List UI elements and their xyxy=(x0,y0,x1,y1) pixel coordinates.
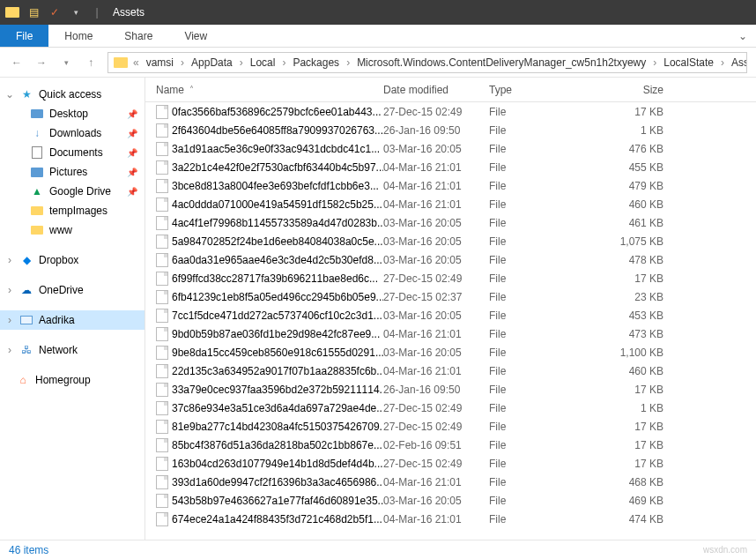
address-bar[interactable]: « vamsi›AppData›Local›Packages›Microsoft… xyxy=(107,52,747,73)
sidebar-item-label: Quick access xyxy=(39,88,101,101)
back-button[interactable]: ← xyxy=(5,51,28,74)
file-row[interactable]: 674ece24a1a424f88435f3d721c468d2b5f1...0… xyxy=(145,510,756,528)
file-row[interactable]: 3a22b1c4e42f0e2f7530acfbf63440b4c5b97...… xyxy=(145,158,756,176)
file-size: 460 KB xyxy=(593,365,663,377)
sidebar-item[interactable]: ▲Google Drive📌 xyxy=(0,182,145,201)
chevron-right-icon[interactable]: › xyxy=(5,344,14,356)
tab-file[interactable]: File xyxy=(0,25,48,47)
sidebar-item[interactable]: Documents📌 xyxy=(0,143,145,162)
tab-share[interactable]: Share xyxy=(108,25,168,47)
breadcrumb-segment[interactable]: Local xyxy=(245,56,281,69)
file-row[interactable]: 393d1a60de9947cf2f16396b3a3ac4656986...0… xyxy=(145,473,756,491)
file-row[interactable]: 3a1d91aac5e36c9e0f33ac9431dcbdc41c1...03… xyxy=(145,139,756,158)
file-name: 0fac3566baf536896c2579bcfc6ee01ab443... xyxy=(172,106,382,118)
tab-view[interactable]: View xyxy=(168,25,223,47)
file-row[interactable]: 6f99ffcd38cc28717fa39b696211bae8ed6c...2… xyxy=(145,269,756,287)
file-row[interactable]: 163b04cd263d1077949e14b1d8d5def4d4b...27… xyxy=(145,454,756,473)
qat-properties-icon[interactable]: ▤ xyxy=(25,4,42,21)
sidebar-item[interactable]: Pictures📌 xyxy=(0,162,145,182)
sidebar-item[interactable]: ↓Downloads📌 xyxy=(0,123,145,143)
file-row[interactable]: 4ac4f1ef79968b11455733589a4d47d0283b...0… xyxy=(145,213,756,232)
breadcrumb-segment[interactable]: vamsi xyxy=(141,56,179,69)
file-type: File xyxy=(489,180,593,192)
file-name: 6f99ffcd38cc28717fa39b696211bae8ed6c... xyxy=(172,272,378,285)
file-list[interactable]: 0fac3566baf536896c2579bcfc6ee01ab443...2… xyxy=(145,102,756,540)
column-type[interactable]: Type xyxy=(489,84,593,96)
file-row[interactable]: 37c86e934e3a51ce3d6a4da697a729ae4de...27… xyxy=(145,399,756,417)
breadcrumb-segment[interactable]: Assets xyxy=(726,56,747,69)
breadcrumb-segment[interactable]: Microsoft.Windows.ContentDeliveryManager… xyxy=(352,56,651,69)
file-size: 1,075 KB xyxy=(593,235,663,248)
file-row[interactable]: 22d135c3a634952a9017f07b1aa28835fc6b...0… xyxy=(145,361,756,380)
file-size: 17 KB xyxy=(593,421,663,433)
file-type: File xyxy=(489,328,593,340)
homegroup-icon: ⌂ xyxy=(16,373,30,387)
file-row[interactable]: 6aa0da31e965aae46e3c3de4d2c5b30efd8...03… xyxy=(145,250,756,269)
chevron-right-icon[interactable]: › xyxy=(719,56,726,69)
file-row[interactable]: 9bd0b59b87ae036fd1be29d98e42fc87ee9...04… xyxy=(145,324,756,343)
chevron-right-icon[interactable]: › xyxy=(5,314,14,326)
file-row[interactable]: 81e9ba277c14bd42308a4fc5150375426709...2… xyxy=(145,417,756,436)
file-icon xyxy=(156,235,168,249)
file-icon xyxy=(156,160,168,175)
sidebar-homegroup[interactable]: ⌂ Homegroup xyxy=(0,370,145,390)
chevron-right-icon[interactable]: › xyxy=(238,56,245,69)
file-date: 04-Mar-16 21:01 xyxy=(383,180,489,192)
chevron-down-icon[interactable]: ⌄ xyxy=(5,88,14,101)
file-row[interactable]: 6fb41239c1eb8f5a05ed496cc2945b6b05e9...2… xyxy=(145,287,756,306)
file-type: File xyxy=(489,235,593,248)
chevron-right-icon[interactable]: › xyxy=(345,56,352,69)
forward-button[interactable]: → xyxy=(30,51,53,74)
up-button[interactable]: ↑ xyxy=(79,51,102,74)
sidebar-this-pc[interactable]: › Aadrika xyxy=(0,310,145,330)
file-size: 473 KB xyxy=(593,328,663,340)
down-icon: ↓ xyxy=(30,126,44,140)
file-row[interactable]: 7cc1f5dce471dd272ac5737406cf10c2c3d1...0… xyxy=(145,306,756,324)
chevron-right-icon[interactable]: « xyxy=(131,56,141,69)
column-size[interactable]: Size xyxy=(593,84,663,96)
file-icon xyxy=(156,457,168,471)
file-row[interactable]: 2f643604dbe56e64085ff8a7909937026763...2… xyxy=(145,121,756,139)
sidebar-item[interactable]: Desktop📌 xyxy=(0,104,145,123)
sort-indicator-icon: ˄ xyxy=(189,85,194,94)
sidebar-network[interactable]: › 🖧 Network xyxy=(0,340,145,360)
file-icon xyxy=(156,494,168,508)
sidebar-item[interactable]: tempImages xyxy=(0,201,145,220)
qat-new-folder-icon[interactable]: ✓ xyxy=(46,4,63,21)
ribbon-toggle-icon[interactable]: ⌄ xyxy=(730,25,756,47)
file-row[interactable]: 543b58b97e4636627a1e77faf46d60891e35...0… xyxy=(145,491,756,510)
file-row[interactable]: 85bc4f3876d51a36da2818ba502c1bb867e...02… xyxy=(145,436,756,454)
breadcrumb-segment[interactable]: Packages xyxy=(287,56,345,69)
file-name: 4ac0ddda071000e419a54591df1582c5b25... xyxy=(172,198,382,211)
sidebar-quick-access[interactable]: ⌄ ★ Quick access xyxy=(0,85,145,104)
chevron-right-icon[interactable]: › xyxy=(179,56,186,69)
file-row[interactable]: 4ac0ddda071000e419a54591df1582c5b25...04… xyxy=(145,195,756,213)
file-row[interactable]: 5a984702852f24be1d6eeb84084038a0c5e...03… xyxy=(145,232,756,250)
file-name: 393d1a60de9947cf2f16396b3a3ac4656986... xyxy=(172,476,383,488)
address-folder-icon xyxy=(114,57,128,68)
sidebar-item[interactable]: www xyxy=(0,220,145,240)
pin-icon: 📌 xyxy=(127,129,137,138)
column-name[interactable]: Name ˄ xyxy=(156,84,383,96)
file-row[interactable]: 3bce8d813a8004fee3e693befcfdf1cbb6e3...0… xyxy=(145,176,756,195)
file-row[interactable]: 9be8da15cc459ceb8560e918c61555d0291...03… xyxy=(145,343,756,361)
file-type: File xyxy=(489,309,593,322)
file-type: File xyxy=(489,161,593,174)
tab-home[interactable]: Home xyxy=(48,25,108,47)
sidebar-dropbox[interactable]: › ◆ Dropbox xyxy=(0,250,145,270)
file-name: 543b58b97e4636627a1e77faf46d60891e35... xyxy=(172,495,383,507)
file-date: 27-Dec-15 02:49 xyxy=(383,402,489,414)
breadcrumb-segment[interactable]: AppData xyxy=(186,56,238,69)
chevron-right-icon[interactable]: › xyxy=(5,254,14,266)
desktop-icon xyxy=(30,107,44,121)
sidebar-onedrive[interactable]: › ☁ OneDrive xyxy=(0,280,145,300)
file-row[interactable]: 0fac3566baf536896c2579bcfc6ee01ab443...2… xyxy=(145,102,756,121)
file-name: 674ece24a1a424f88435f3d721c468d2b5f1... xyxy=(172,513,382,525)
recent-dropdown-icon[interactable]: ▾ xyxy=(55,51,78,74)
breadcrumb-segment[interactable]: LocalState xyxy=(658,56,719,69)
qat-dropdown-icon[interactable]: ▾ xyxy=(67,4,85,21)
file-row[interactable]: 33a79e0cec937faa3596bd2e372b59211114...2… xyxy=(145,380,756,399)
chevron-right-icon[interactable]: › xyxy=(5,284,14,296)
column-date[interactable]: Date modified xyxy=(383,84,489,96)
file-name: 6fb41239c1eb8f5a05ed496cc2945b6b05e9... xyxy=(172,291,383,303)
